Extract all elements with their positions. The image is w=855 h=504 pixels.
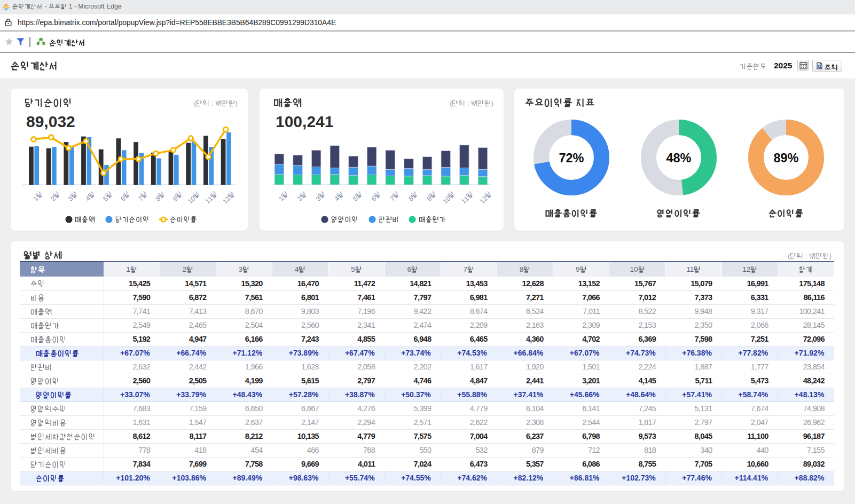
svg-text:72%: 72%: [559, 151, 584, 165]
svg-text:48%: 48%: [666, 151, 691, 165]
svg-text:89%: 89%: [773, 151, 798, 165]
svg-text:A: A: [39, 40, 43, 46]
